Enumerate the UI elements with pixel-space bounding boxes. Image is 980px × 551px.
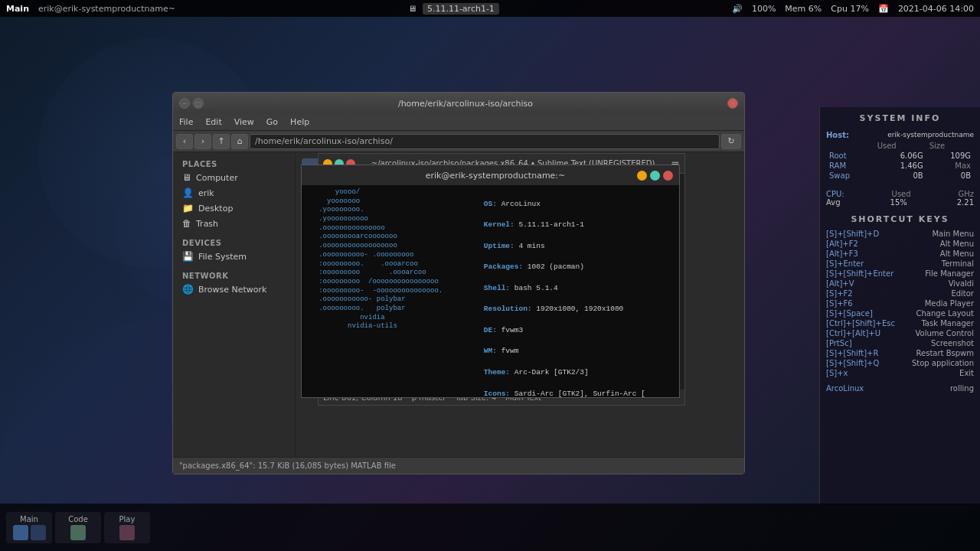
sysinfo-cpu-values: Avg 15% 2.21 — [826, 198, 974, 207]
shortcut-row-9: [Ctrl]+[Shift]+Esc Task Manager — [826, 318, 974, 328]
sidebar-item-filesystem-label: File System — [198, 252, 247, 262]
shortcut-desc-7: Media Player — [925, 299, 974, 308]
taskbar-label-main: Main — [20, 515, 38, 523]
fm-up-btn[interactable]: ↑ — [213, 134, 230, 149]
fm-reload-btn[interactable]: ↻ — [721, 134, 741, 149]
fm-forward-btn[interactable]: › — [194, 134, 211, 149]
sidebar-item-desktop-label: Desktop — [198, 204, 233, 214]
shortcut-title: SHORTCUT KEYS — [826, 214, 974, 224]
shortcut-row-12: [S]+[Shift]+R Restart Bspwm — [826, 348, 974, 358]
topbar-main-label[interactable]: Main — [6, 4, 29, 14]
sysinfo-root-row: Root 6.06G 109G — [826, 151, 974, 161]
fm-close-group: × — [727, 98, 738, 109]
shortcut-row-11: [PrtSc] Screenshot — [826, 338, 974, 348]
sidebar-item-browse-network-label: Browse Network — [198, 285, 266, 295]
shortcut-desc-12: Restart Bspwm — [916, 349, 974, 357]
shortcut-desc-6: Editor — [951, 289, 974, 298]
fm-places-heading: Places — [173, 158, 295, 170]
fm-menu-go[interactable]: Go — [266, 117, 278, 127]
sidebar-item-filesystem[interactable]: 💾 File System — [173, 249, 295, 264]
shortcut-row-8: [S]+[Space] Change Layout — [826, 308, 974, 318]
terminal-resize-btn[interactable] — [650, 171, 660, 181]
nf-os-label: OS: — [484, 200, 501, 208]
sysinfo-cpu-headers: CPU: Used GHz — [826, 190, 974, 198]
neofetch-output: yoooo/ yooooooo .yoooooooo. .yoooooooooo… — [306, 188, 675, 397]
terminal-window: erik@erik-systemproductname:~ yoooo/ yoo… — [301, 165, 680, 398]
fm-devices-heading: Devices — [173, 237, 295, 249]
shortcut-desc-4: File Manager — [925, 269, 974, 278]
fm-menu-bar: File Edit View Go Help — [173, 114, 744, 131]
nf-icons-val: Sardi-Arc [GTK2], Surfin-Arc [ — [514, 390, 645, 397]
shortcut-desc-11: Screenshot — [931, 339, 974, 347]
shortcut-key-5: [Alt]+V — [826, 279, 854, 288]
desktop-icon: 📁 — [182, 203, 194, 214]
fm-network-heading: Network — [173, 270, 295, 282]
shortcut-row-14: [S]+x Exit — [826, 368, 974, 378]
fm-back-btn[interactable]: ‹ — [176, 134, 193, 149]
user-icon: 👤 — [182, 187, 194, 198]
taskbar-group-code[interactable]: Code — [55, 512, 101, 543]
fm-menu-view[interactable]: View — [234, 117, 254, 127]
shortcut-key-9: [Ctrl]+[Shift]+Esc — [826, 319, 895, 328]
shortcut-desc-0: Main Menu — [932, 230, 974, 238]
sysinfo-cpu-section: CPU: Used GHz Avg 15% 2.21 — [826, 190, 974, 207]
nf-uptime-label: Uptime: — [484, 242, 519, 250]
neofetch-info-block: OS: ArcoLinux Kernel: 5.11.11-arch1-1 Up… — [449, 188, 645, 397]
fm-home-btn[interactable]: ⌂ — [231, 134, 248, 149]
taskbar-app-icon-code[interactable] — [70, 525, 86, 540]
shortcut-key-14: [S]+x — [826, 369, 848, 377]
taskbar-group-play[interactable]: Play — [104, 512, 150, 543]
taskbar-app-icon-0[interactable] — [13, 525, 28, 540]
sysinfo-host-value: erik-systemproductname — [887, 131, 974, 139]
sysinfo-cpu-ghz-val: 2.21 — [957, 198, 974, 207]
topbar-desktop-icon: 🖥 — [408, 4, 416, 14]
shortcut-key-11: [PrtSc] — [826, 339, 852, 347]
nf-res-label: Resolution: — [484, 305, 536, 313]
fm-close-btn[interactable]: × — [727, 98, 738, 109]
shortcut-desc-5: Vivaldi — [949, 279, 974, 288]
sysinfo-root-size: 109G — [926, 151, 974, 161]
nf-shell-val: bash 5.1.4 — [514, 284, 558, 292]
fm-menu-edit[interactable]: Edit — [205, 117, 221, 127]
topbar-datetime: 2021-04-06 14:00 — [898, 4, 974, 14]
fm-menu-file[interactable]: File — [179, 117, 193, 127]
sidebar-item-erik[interactable]: 👤 erik — [173, 185, 295, 201]
sysinfo-root-label: Root — [826, 151, 874, 161]
topbar: Main erik@erik-systemproductname~ 🖥 5.11… — [0, 0, 980, 17]
fm-minimize-btn[interactable]: − — [179, 98, 190, 109]
topbar-user: erik@erik-systemproductname~ — [38, 4, 175, 14]
fm-status-bar: "packages.x86_64": 15.7 KiB (16,085 byte… — [173, 457, 744, 474]
shortcut-desc-10: Volume Control — [915, 329, 974, 337]
terminal-win-controls — [637, 171, 673, 181]
shortcut-desc-8: Change Layout — [916, 309, 974, 318]
sidebar-item-computer[interactable]: 🖥 Computer — [173, 170, 295, 185]
sidebar-item-desktop[interactable]: 📁 Desktop — [173, 201, 295, 216]
sidebar-item-browse-network[interactable]: 🌐 Browse Network — [173, 282, 295, 297]
fm-address-bar[interactable]: /home/erik/arcolinux-iso/archiso/ — [250, 134, 720, 149]
sidebar-item-erik-label: erik — [198, 188, 214, 198]
nf-kernel-val: 5.11.11-arch1-1 — [518, 220, 584, 229]
shortcut-desc-13: Stop application — [912, 359, 974, 367]
shortcut-key-3: [S]+Enter — [826, 259, 864, 268]
sysinfo-host-row: Host: erik-systemproductname — [826, 131, 974, 139]
taskbar-group-main[interactable]: Main — [6, 512, 52, 543]
shortcut-row-2: [Alt]+F3 Alt Menu — [826, 249, 974, 259]
taskbar-app-icon-play[interactable] — [119, 525, 135, 540]
fm-win-nav-buttons: − □ — [179, 98, 204, 109]
taskbar-app-icon-1[interactable] — [31, 525, 46, 540]
sysinfo-col-used: Used — [874, 141, 926, 151]
terminal-content[interactable]: yoooo/ yooooooo .yoooooooo. .yoooooooooo… — [302, 185, 679, 397]
fm-menu-help[interactable]: Help — [290, 117, 309, 127]
shortcut-row-10: [Ctrl]+[Alt]+U Volume Control — [826, 328, 974, 338]
terminal-close-btn[interactable] — [663, 171, 673, 181]
terminal-minimize-btn[interactable] — [637, 171, 647, 181]
nf-icons-label: Icons: — [484, 390, 514, 397]
computer-icon: 🖥 — [182, 172, 191, 183]
taskbar-play-icons — [119, 525, 135, 540]
terminal-title: erik@erik-systemproductname:~ — [426, 171, 566, 181]
fm-maximize-btn[interactable]: □ — [193, 98, 204, 109]
sidebar-item-trash[interactable]: 🗑 Trash — [173, 216, 295, 231]
nf-theme-val: Arc-Dark [GTK2/3] — [514, 368, 589, 377]
shortcut-key-10: [Ctrl]+[Alt]+U — [826, 329, 880, 337]
shortcut-key-1: [Alt]+F2 — [826, 240, 858, 248]
